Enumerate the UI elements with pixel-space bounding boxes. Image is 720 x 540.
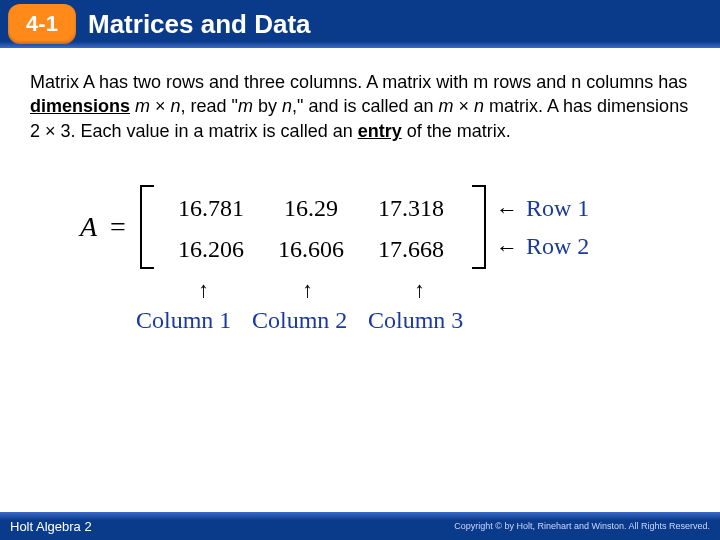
right-bracket	[472, 185, 486, 269]
keyword-entry: entry	[358, 121, 402, 141]
body-text-7: of the matrix.	[402, 121, 511, 141]
footer-copyright: Copyright © by Holt, Rinehart and Winsto…	[454, 521, 710, 531]
matrix-entry: 17.318	[362, 189, 460, 228]
body-text-5: ," and is called an	[292, 96, 438, 116]
body-text-1: Matrix A has two rows and three columns.…	[30, 72, 687, 92]
matrix-entry: 16.781	[162, 189, 260, 228]
row-1-label: Row 1	[526, 195, 589, 222]
matrix-entry: 16.29	[262, 189, 360, 228]
arrow-left-icon: ←	[496, 197, 518, 223]
times-sign-1: ×	[150, 96, 171, 116]
equals-sign: =	[110, 211, 126, 243]
matrix-entry: 17.668	[362, 230, 460, 269]
matrix-figure: A = 16.781 16.29 17.318 16.206 16.606 17…	[80, 177, 640, 367]
var-n-3: n	[474, 96, 484, 116]
matrix-entry: 16.606	[262, 230, 360, 269]
body-paragraph: Matrix A has two rows and three columns.…	[0, 48, 720, 143]
left-bracket	[140, 185, 154, 269]
body-text-3: , read "	[181, 96, 238, 116]
column-1-label: Column 1	[136, 307, 231, 334]
header-bar: 4-1 Matrices and Data	[0, 0, 720, 48]
var-m-1: m	[135, 96, 150, 116]
var-n-2: n	[282, 96, 292, 116]
lesson-number: 4-1	[26, 11, 58, 37]
arrow-left-icon: ←	[496, 235, 518, 261]
arrow-up-icon: ↑	[414, 277, 425, 303]
row-2-label: Row 2	[526, 233, 589, 260]
arrow-up-icon: ↑	[302, 277, 313, 303]
var-m-2: m	[238, 96, 253, 116]
matrix-table: 16.781 16.29 17.318 16.206 16.606 17.668	[160, 187, 462, 271]
matrix-name-A: A	[80, 211, 97, 243]
keyword-dimensions: dimensions	[30, 96, 130, 116]
body-text-4: by	[253, 96, 282, 116]
column-2-label: Column 2	[252, 307, 347, 334]
column-3-label: Column 3	[368, 307, 463, 334]
page-title: Matrices and Data	[88, 9, 311, 40]
footer-book-title: Holt Algebra 2	[10, 519, 92, 534]
footer-bar: Holt Algebra 2 Copyright © by Holt, Rine…	[0, 512, 720, 540]
table-row: 16.206 16.606 17.668	[162, 230, 460, 269]
times-sign-2: ×	[454, 96, 475, 116]
table-row: 16.781 16.29 17.318	[162, 189, 460, 228]
var-n-1: n	[171, 96, 181, 116]
lesson-badge: 4-1	[8, 4, 76, 44]
matrix-entry: 16.206	[162, 230, 260, 269]
var-m-3: m	[439, 96, 454, 116]
arrow-up-icon: ↑	[198, 277, 209, 303]
